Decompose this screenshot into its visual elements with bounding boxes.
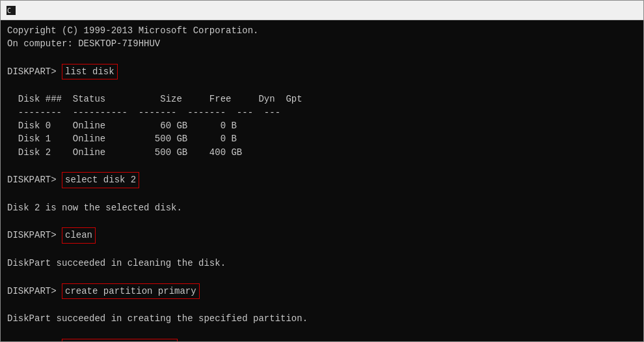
command-line: DISKPART> create partition primary [7, 283, 637, 299]
command-line: DISKPART> select disk 2 [7, 172, 637, 188]
empty-line [7, 79, 637, 93]
close-button[interactable] [608, 3, 638, 18]
console-line: DiskPart succeeded in creating the speci… [7, 312, 637, 325]
console-line: On computer: DESKTOP-7I9HHUV [7, 37, 637, 50]
command-text: list disk [62, 64, 118, 79]
console-line: Copyright (C) 1999-2013 Microsoft Corpor… [7, 24, 637, 37]
empty-line [7, 159, 637, 172]
command-text: create partition primary [62, 283, 200, 299]
command-text: format fs=ntfs quick [62, 339, 178, 341]
console-line: Disk ### Status Size Free Dyn Gpt [7, 93, 637, 106]
diskpart-prompt: DISKPART> [7, 340, 62, 341]
command-line: DISKPART> format fs=ntfs quick [7, 339, 637, 341]
command-line: DISKPART> list disk [7, 64, 637, 79]
diskpart-prompt: DISKPART> [7, 65, 62, 78]
diskpart-prompt: DISKPART> [7, 173, 62, 186]
console-line: DiskPart succeeded in cleaning the disk. [7, 257, 637, 270]
window: C Copyright (C) 1999-2013 Microsoft Corp… [0, 0, 644, 342]
command-text: select disk 2 [62, 172, 139, 188]
console-output: Copyright (C) 1999-2013 Microsoft Corpor… [1, 20, 643, 341]
diskpart-prompt: DISKPART> [7, 285, 62, 298]
title-bar-buttons [546, 3, 638, 18]
empty-line [7, 270, 637, 283]
console-line: -------- ---------- ------- ------- --- … [7, 106, 637, 119]
empty-line [7, 299, 637, 312]
empty-line [7, 51, 637, 64]
console-line: Disk 1 Online 500 GB 0 B [7, 132, 637, 145]
restore-button[interactable] [577, 3, 607, 18]
empty-line [7, 244, 637, 257]
app-icon: C [6, 5, 16, 16]
svg-text:C: C [7, 7, 11, 14]
console-line: Disk 2 is now the selected disk. [7, 201, 637, 214]
diskpart-prompt: DISKPART> [7, 229, 62, 242]
command-text: clean [62, 227, 96, 243]
empty-line [7, 188, 637, 201]
console-line: Disk 0 Online 60 GB 0 B [7, 119, 637, 132]
console-line: Disk 2 Online 500 GB 400 GB [7, 146, 637, 159]
command-line: DISKPART> clean [7, 227, 637, 243]
minimize-button[interactable] [546, 3, 576, 18]
empty-line [7, 214, 637, 227]
title-bar: C [1, 1, 643, 20]
empty-line [7, 326, 637, 339]
